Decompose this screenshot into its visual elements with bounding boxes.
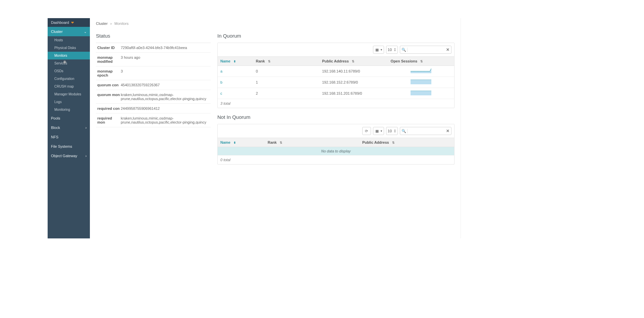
sidebar-sub-hosts[interactable]: Hosts bbox=[48, 36, 90, 44]
sidebar-sub-label: CRUSH map bbox=[54, 85, 74, 88]
clear-search-icon[interactable]: ✕ bbox=[444, 129, 451, 133]
sidebar-item-object-gateway[interactable]: Object Gateway › bbox=[48, 151, 90, 161]
cell-sessions bbox=[388, 88, 454, 99]
columns-icon: ▦ bbox=[375, 48, 379, 52]
caret-down-icon: ▼ bbox=[380, 130, 383, 133]
sort-icon: ⇅ bbox=[352, 60, 354, 63]
sidebar-item-pools[interactable]: Pools bbox=[48, 113, 90, 123]
sidebar-item-cluster[interactable]: Cluster ⌄ bbox=[48, 27, 90, 36]
stepper-down-icon[interactable]: ▼ bbox=[394, 50, 396, 52]
breadcrumb-separator-icon: » bbox=[110, 21, 112, 26]
search-box: 🔍 ✕ bbox=[400, 46, 451, 54]
status-title: Status bbox=[96, 33, 211, 39]
main-content: Cluster » Monitors Status Cluster ID 729… bbox=[90, 18, 461, 238]
pagesize-value: 10 bbox=[388, 129, 392, 133]
sidebar-sub-monitoring[interactable]: Monitoring bbox=[48, 106, 90, 113]
no-data-text: No data to display bbox=[218, 147, 454, 155]
sidebar-sub-monitors[interactable]: Monitors bbox=[48, 52, 90, 59]
sidebar-item-file-systems[interactable]: File Systems bbox=[48, 142, 90, 151]
pagesize-stepper[interactable]: 10 ▲ ▼ bbox=[386, 46, 398, 54]
pagesize-value: 10 bbox=[388, 48, 392, 52]
status-row: monmap epoch 3 bbox=[96, 66, 211, 80]
sidebar-sub-logs[interactable]: Logs bbox=[48, 98, 90, 106]
not-in-quorum-title: Not In Quorum bbox=[217, 114, 454, 120]
cell-rank: 1 bbox=[253, 77, 319, 88]
sidebar-sub-label: Hosts bbox=[54, 38, 63, 42]
cell-name: c bbox=[218, 88, 253, 99]
sidebar-sub-crush-map[interactable]: CRUSH map bbox=[48, 83, 90, 90]
sidebar-sub-osds[interactable]: OSDs bbox=[48, 67, 90, 75]
sidebar-sub-label: Services bbox=[54, 61, 67, 65]
col-public-address[interactable]: Public Address ⇅ bbox=[319, 57, 388, 66]
col-rank[interactable]: Rank ⇅ bbox=[265, 138, 360, 147]
status-row: Cluster ID 7290af6f-a0e3-4244-bfe3-74b9f… bbox=[96, 43, 211, 53]
col-name[interactable]: Name ⬍ bbox=[218, 138, 265, 147]
breadcrumb-root[interactable]: Cluster bbox=[96, 21, 108, 26]
cell-rank: 2 bbox=[253, 88, 319, 99]
breadcrumb-current: Monitors bbox=[114, 21, 128, 26]
status-value: kraken,luminous,mimic,osdmap-prune,nauti… bbox=[121, 116, 209, 124]
search-icon: 🔍 bbox=[400, 129, 408, 133]
cell-address: 192.168.152.2:6789/0 bbox=[319, 77, 388, 88]
sort-icon: ⇅ bbox=[268, 60, 270, 63]
search-input[interactable] bbox=[408, 46, 444, 53]
status-value: 7290af6f-a0e3-4244-bfe3-74b9fc41beea bbox=[121, 46, 187, 50]
in-quorum-toolbar: ▦ ▼ 10 ▲ ▼ 🔍 ✕ bbox=[218, 43, 454, 57]
sidebar-item-label: NFS bbox=[51, 135, 58, 139]
status-row: required con 2449958755906961412 bbox=[96, 104, 211, 113]
sort-icon: ⇅ bbox=[280, 141, 282, 144]
chevron-down-icon: ⌄ bbox=[84, 30, 87, 34]
sidebar-sub-manager-modules[interactable]: Manager Modules bbox=[48, 90, 90, 98]
col-open-sessions[interactable]: Open Sessions ⇅ bbox=[388, 57, 454, 66]
status-key: required con bbox=[97, 106, 121, 110]
search-input[interactable] bbox=[408, 127, 444, 135]
columns-toggle-button[interactable]: ▦ ▼ bbox=[373, 46, 384, 54]
not-in-quorum-toolbar: ⟳ ▦ ▼ 10 ▲ ▼ bbox=[218, 124, 454, 138]
chevron-right-icon: › bbox=[86, 154, 87, 158]
stepper-down-icon[interactable]: ▼ bbox=[394, 131, 396, 133]
pagesize-stepper[interactable]: 10 ▲ ▼ bbox=[386, 127, 398, 135]
sidebar-item-block[interactable]: Block › bbox=[48, 123, 90, 132]
status-row: quorum con 4540138320759226367 bbox=[96, 80, 211, 90]
caret-down-icon: ▼ bbox=[380, 48, 383, 51]
clear-search-icon[interactable]: ✕ bbox=[444, 47, 451, 52]
status-value: kraken,luminous,mimic,osdmap-prune,nauti… bbox=[121, 93, 209, 101]
sidebar: Dashboard ❤ Cluster ⌄ Hosts Physical Dis… bbox=[48, 18, 90, 238]
monitor-link[interactable]: a bbox=[220, 69, 222, 73]
status-section: Status Cluster ID 7290af6f-a0e3-4244-bfe… bbox=[96, 33, 211, 171]
status-row: monmap modified 3 hours ago bbox=[96, 53, 211, 66]
sort-asc-icon: ⬍ bbox=[233, 141, 235, 144]
sidebar-sub-label: Configuration bbox=[54, 77, 74, 81]
sidebar-item-label: Object Gateway bbox=[51, 154, 77, 158]
sidebar-sub-physical-disks[interactable]: Physical Disks bbox=[48, 44, 90, 52]
in-quorum-footer: 3 total bbox=[218, 99, 454, 108]
sidebar-sub-configuration[interactable]: Configuration bbox=[48, 75, 90, 83]
table-row: a0192.168.140.11:6789/0 bbox=[218, 66, 454, 77]
col-name[interactable]: Name ⬍ bbox=[218, 57, 253, 66]
in-quorum-table: Name ⬍ Rank ⇅ Public Address ⇅ bbox=[218, 57, 454, 99]
sidebar-item-nfs[interactable]: NFS bbox=[48, 132, 90, 142]
brand-header[interactable]: Dashboard ❤ bbox=[48, 18, 90, 27]
sidebar-sub-services[interactable]: Services bbox=[48, 59, 90, 67]
refresh-button[interactable]: ⟳ bbox=[362, 127, 371, 135]
sort-icon: ⇅ bbox=[392, 141, 394, 144]
sidebar-item-label: File Systems bbox=[51, 144, 72, 148]
logo-icon: ❤ bbox=[71, 21, 74, 25]
sort-icon: ⇅ bbox=[420, 60, 422, 63]
monitor-link[interactable]: b bbox=[220, 80, 222, 84]
columns-toggle-button[interactable]: ▦ ▼ bbox=[373, 127, 384, 135]
sidebar-item-label: Pools bbox=[51, 116, 60, 120]
col-public-address[interactable]: Public Address ⇅ bbox=[360, 138, 454, 147]
in-quorum-panel: ▦ ▼ 10 ▲ ▼ 🔍 ✕ bbox=[217, 43, 454, 108]
status-table: Cluster ID 7290af6f-a0e3-4244-bfe3-74b9f… bbox=[96, 43, 211, 127]
search-box: 🔍 ✕ bbox=[400, 127, 451, 135]
no-data-row: No data to display bbox=[218, 147, 454, 155]
sidebar-sub-label: OSDs bbox=[54, 69, 63, 73]
monitor-link[interactable]: c bbox=[220, 91, 222, 95]
status-row: required mon kraken,luminous,mimic,osdma… bbox=[96, 113, 211, 127]
cell-address: 192.168.140.11:6789/0 bbox=[319, 66, 388, 77]
sidebar-sub-label: Monitors bbox=[54, 54, 67, 57]
brand-title: Dashboard bbox=[51, 20, 69, 25]
table-row: b1192.168.152.2:6789/0 bbox=[218, 77, 454, 88]
col-rank[interactable]: Rank ⇅ bbox=[253, 57, 319, 66]
